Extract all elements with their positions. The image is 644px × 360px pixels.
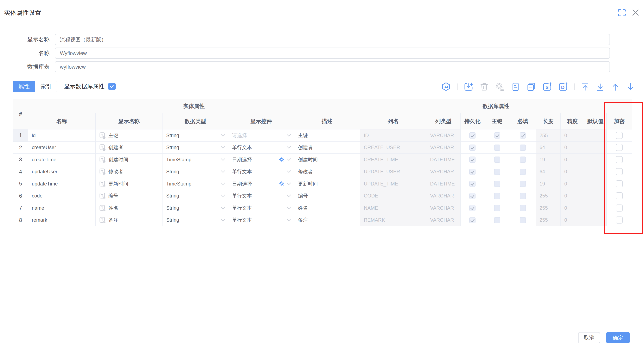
ok-button[interactable]: 确定 <box>606 332 630 343</box>
control-select[interactable]: 单行文本 <box>228 202 294 214</box>
name-cell[interactable]: code <box>28 190 96 202</box>
gear-icon[interactable] <box>279 157 284 162</box>
column-header-display-name: 显示名称 <box>96 113 162 129</box>
persisted-checkbox <box>469 169 476 175</box>
description-cell[interactable]: 更新时间 <box>294 178 360 190</box>
display-name-cell[interactable]: 创建时间 <box>96 154 162 166</box>
name-cell[interactable]: updateTime <box>28 178 96 190</box>
import-add-icon[interactable] <box>464 82 474 92</box>
db-table-label: 数据库表 <box>0 63 50 71</box>
encrypt-checkbox[interactable] <box>616 217 623 224</box>
persisted-cell <box>461 214 484 226</box>
name-cell[interactable]: createUser <box>28 141 96 154</box>
move-bottom-icon[interactable] <box>596 82 605 91</box>
primary-key-cell <box>484 214 510 226</box>
primary-key-cell <box>484 190 510 202</box>
delete-icon[interactable] <box>480 82 489 92</box>
description-cell[interactable]: 修改者 <box>294 166 360 178</box>
control-select[interactable]: 请选择 <box>228 129 294 142</box>
control-select[interactable]: 日期选择 <box>228 154 294 166</box>
display-name-cell[interactable]: 姓名 <box>96 202 162 214</box>
display-name-cell[interactable]: 更新时间 <box>96 178 162 190</box>
data-type-select[interactable]: String <box>162 141 228 154</box>
cancel-button[interactable]: 取消 <box>578 332 600 343</box>
display-name-input[interactable] <box>55 34 610 45</box>
add-string-field-icon[interactable]: S <box>542 82 552 92</box>
primary-key-cell <box>484 141 510 154</box>
name-cell[interactable]: id <box>28 129 96 142</box>
encrypt-checkbox[interactable] <box>616 144 623 151</box>
display-name-cell[interactable]: 创建者 <box>96 141 162 154</box>
default-value-cell <box>584 129 607 142</box>
description-cell[interactable]: 备注 <box>294 214 360 226</box>
description-cell[interactable]: 姓名 <box>294 202 360 214</box>
display-name-cell[interactable]: 编号 <box>96 190 162 202</box>
db-table-input[interactable] <box>55 61 610 72</box>
display-name-cell[interactable]: 备注 <box>96 214 162 226</box>
move-top-icon[interactable] <box>580 82 590 91</box>
column-header-index: # <box>13 99 28 129</box>
control-select[interactable]: 单行文本 <box>228 166 294 178</box>
name-cell[interactable]: createTime <box>28 154 96 166</box>
tab-indexes[interactable]: 索引 <box>35 81 58 92</box>
tab-properties[interactable]: 属性 <box>13 81 35 92</box>
primary-key-checkbox <box>494 193 500 199</box>
move-up-icon[interactable] <box>611 82 620 91</box>
encrypt-checkbox[interactable] <box>616 168 623 175</box>
data-type-select[interactable]: String <box>162 129 228 142</box>
column-name-cell: UPDATE_TIME <box>360 178 426 190</box>
control-select[interactable]: 日期选择 <box>228 178 294 190</box>
move-down-icon[interactable] <box>626 82 635 91</box>
encrypt-checkbox[interactable] <box>616 192 623 199</box>
name-input[interactable] <box>55 48 610 59</box>
control-select[interactable]: 单行文本 <box>228 214 294 226</box>
column-header-persisted: 持久化 <box>461 113 484 129</box>
row-index: 2 <box>13 141 28 154</box>
description-cell[interactable]: 主键 <box>294 129 360 142</box>
data-type-select[interactable]: String <box>162 214 228 226</box>
encrypt-checkbox[interactable] <box>616 156 623 163</box>
default-value-cell <box>584 190 607 202</box>
length-cell: 255 <box>536 129 560 142</box>
required-cell <box>510 190 536 202</box>
row-index: 1 <box>13 129 28 142</box>
column-name-cell: CREATE_TIME <box>360 154 426 166</box>
required-checkbox <box>520 205 526 211</box>
required-checkbox <box>520 132 526 138</box>
data-type-select[interactable]: TimeStamp <box>162 178 228 190</box>
settings-batch-icon[interactable] <box>495 82 505 92</box>
fullscreen-icon[interactable] <box>618 8 626 17</box>
description-cell[interactable]: 编号 <box>294 190 360 202</box>
control-select[interactable]: 单行文本 <box>228 190 294 202</box>
document-icon[interactable] <box>511 82 520 92</box>
description-cell[interactable]: 创建者 <box>294 141 360 154</box>
show-db-props-checkbox[interactable] <box>108 83 116 90</box>
encrypt-checkbox[interactable] <box>616 205 623 212</box>
group-header-entity: 实体属性 <box>28 99 360 113</box>
close-icon[interactable] <box>631 8 640 17</box>
dialog-title: 实体属性设置 <box>4 9 41 17</box>
control-select[interactable]: 单行文本 <box>228 141 294 154</box>
encrypt-cell <box>607 190 632 202</box>
name-cell[interactable]: updateUser <box>28 166 96 178</box>
encrypt-checkbox[interactable] <box>616 132 623 139</box>
add-date-field-icon[interactable]: D <box>558 82 568 92</box>
data-type-select[interactable]: String <box>162 202 228 214</box>
data-type-select[interactable]: TimeStamp <box>162 154 228 166</box>
name-cell[interactable]: name <box>28 202 96 214</box>
name-cell[interactable]: remark <box>28 214 96 226</box>
default-value-cell <box>584 166 607 178</box>
copy-icon[interactable] <box>526 82 536 92</box>
description-cell[interactable]: 创建时间 <box>294 154 360 166</box>
table-row: 6code编号String单行文本编号CODEVARCHAR2550 <box>13 190 632 202</box>
ai-icon[interactable]: AI <box>441 82 451 92</box>
encrypt-checkbox[interactable] <box>616 180 623 187</box>
display-name-cell[interactable]: 主键 <box>96 129 162 142</box>
data-type-select[interactable]: String <box>162 166 228 178</box>
column-name-cell: CREATE_USER <box>360 141 426 154</box>
chevron-down-icon <box>221 182 225 185</box>
row-index: 6 <box>13 190 28 202</box>
gear-icon[interactable] <box>279 181 284 187</box>
display-name-cell[interactable]: 修改者 <box>96 166 162 178</box>
data-type-select[interactable]: String <box>162 190 228 202</box>
